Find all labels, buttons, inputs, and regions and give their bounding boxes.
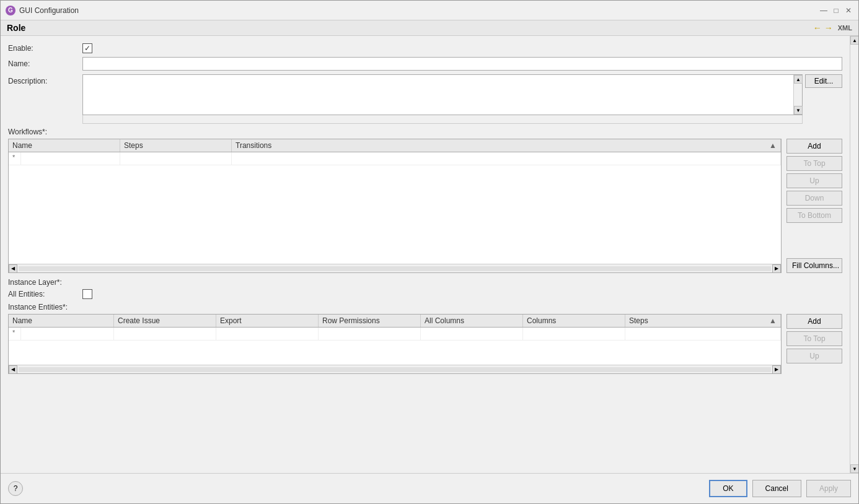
ie-col-name: Name bbox=[9, 315, 114, 327]
workflows-to-top-button[interactable]: To Top bbox=[786, 156, 842, 171]
description-hscrollbar[interactable] bbox=[82, 115, 803, 124]
window-controls: — □ ✕ bbox=[819, 6, 853, 15]
close-button[interactable]: ✕ bbox=[844, 6, 853, 15]
ie-hscroll-right-btn[interactable] bbox=[772, 365, 781, 374]
window-title: GUI Configuration bbox=[19, 6, 819, 15]
all-entities-checkbox[interactable] bbox=[82, 289, 92, 299]
workflows-table-container: Name Steps Transitions ▲ * bbox=[8, 139, 782, 273]
ie-buttons-panel: Add To Top Up bbox=[786, 314, 842, 374]
workflows-col-name: Name bbox=[9, 139, 120, 152]
table-cell-transitions bbox=[232, 152, 781, 165]
instance-entities-header: Name Create Issue Export Row Permissions bbox=[9, 315, 781, 328]
workflows-add-button[interactable]: Add bbox=[786, 139, 842, 154]
instance-entities-label-row: Instance Entities*: bbox=[8, 303, 842, 311]
section-title: Role bbox=[7, 23, 25, 33]
workflows-down-button[interactable]: Down bbox=[786, 191, 842, 206]
workflows-table-body: * bbox=[9, 152, 781, 264]
all-entities-row: All Entities: bbox=[8, 289, 842, 299]
main-scroll-up-btn[interactable] bbox=[850, 36, 858, 45]
ie-col-columns: Columns bbox=[523, 315, 625, 327]
ie-sort-arrow: ▲ bbox=[769, 316, 777, 325]
description-input[interactable] bbox=[83, 75, 793, 115]
desc-vscroll-track bbox=[794, 84, 802, 106]
footer-left: ? bbox=[8, 481, 704, 496]
description-row: Description: Edit... bbox=[8, 74, 842, 124]
table-row[interactable]: * bbox=[9, 152, 781, 165]
enable-checkbox[interactable] bbox=[82, 43, 92, 53]
ie-col-row-permissions: Row Permissions bbox=[319, 315, 421, 327]
name-row: Name: bbox=[8, 57, 842, 71]
ie-up-button[interactable]: Up bbox=[786, 349, 842, 363]
main-content: Enable: Name: Description: bbox=[1, 36, 858, 473]
ie-col-steps: Steps ▲ bbox=[625, 315, 781, 327]
table-cell-star: * bbox=[9, 152, 21, 165]
workflows-hscroll-track bbox=[19, 266, 771, 271]
workflows-hscroll-right-btn[interactable] bbox=[772, 264, 781, 273]
ie-cell-steps bbox=[625, 328, 781, 340]
workflows-fill-columns-button[interactable]: Fill Columns... bbox=[786, 258, 842, 273]
help-button[interactable]: ? bbox=[8, 481, 23, 496]
workflows-section: Name Steps Transitions ▲ * bbox=[8, 139, 842, 273]
instance-entities-table-body: * bbox=[9, 328, 781, 365]
table-row[interactable]: * bbox=[9, 328, 781, 341]
ie-cell-name bbox=[21, 328, 114, 340]
name-input[interactable] bbox=[82, 57, 842, 71]
workflows-sort-arrow: ▲ bbox=[769, 141, 777, 150]
instance-layer-row: Instance Layer*: bbox=[8, 278, 842, 287]
workflows-buttons-panel: Add To Top Up Down To Bottom Fill Column… bbox=[786, 139, 842, 273]
ie-hscrollbar[interactable] bbox=[9, 365, 781, 373]
back-icon[interactable]: ← bbox=[813, 23, 822, 33]
main-scroll-track bbox=[850, 45, 858, 464]
edit-button[interactable]: Edit... bbox=[805, 74, 842, 88]
main-scroll-down-btn[interactable] bbox=[850, 464, 858, 473]
ie-cell-export bbox=[216, 328, 319, 340]
workflows-col-steps: Steps bbox=[120, 139, 232, 152]
window: G GUI Configuration — □ ✕ Role ← → XML E… bbox=[0, 0, 859, 504]
ie-hscroll-left-btn[interactable] bbox=[9, 365, 17, 374]
section-header: Role ← → XML bbox=[1, 20, 858, 36]
forward-icon[interactable]: → bbox=[824, 23, 833, 33]
desc-scroll-down-btn[interactable] bbox=[794, 106, 803, 115]
ie-cell-create-issue bbox=[114, 328, 216, 340]
main-scrollbar[interactable] bbox=[850, 36, 858, 473]
workflows-hscroll-left-btn[interactable] bbox=[9, 264, 17, 273]
maximize-button[interactable]: □ bbox=[831, 6, 841, 15]
workflows-label: Workflows*: bbox=[8, 128, 47, 136]
bottom-spacer bbox=[8, 379, 842, 404]
ok-button[interactable]: OK bbox=[709, 480, 747, 497]
instance-entities-label: Instance Entities*: bbox=[8, 303, 68, 311]
description-right bbox=[82, 74, 803, 124]
ie-to-top-button[interactable]: To Top bbox=[786, 331, 842, 346]
footer: ? OK Cancel Apply bbox=[1, 473, 858, 503]
workflows-hscrollbar[interactable] bbox=[9, 264, 781, 272]
instance-layer-label: Instance Layer*: bbox=[8, 278, 62, 287]
ie-add-button[interactable]: Add bbox=[786, 314, 842, 329]
scrollable-area[interactable]: Enable: Name: Description: bbox=[1, 36, 850, 473]
workflows-col-transitions: Transitions ▲ bbox=[232, 139, 781, 152]
apply-button[interactable]: Apply bbox=[806, 480, 851, 497]
xml-label: XML bbox=[838, 24, 852, 32]
workflows-btn-spacer bbox=[786, 225, 842, 256]
workflows-up-button[interactable]: Up bbox=[786, 173, 842, 188]
description-vscrollbar bbox=[793, 75, 802, 115]
section-header-icons: ← → XML bbox=[813, 23, 852, 33]
table-cell-name bbox=[21, 152, 120, 165]
desc-scroll-up-btn[interactable] bbox=[794, 75, 803, 84]
all-entities-label: All Entities: bbox=[8, 290, 82, 298]
ie-cell-star: * bbox=[9, 328, 21, 340]
enable-label: Enable: bbox=[8, 44, 82, 53]
ie-col-export: Export bbox=[216, 315, 319, 327]
instance-entities-section: Name Create Issue Export Row Permissions bbox=[8, 314, 842, 374]
cancel-button[interactable]: Cancel bbox=[752, 480, 801, 497]
ie-cell-columns bbox=[523, 328, 625, 340]
ie-col-all-columns: All Columns bbox=[421, 315, 523, 327]
ie-hscroll-track bbox=[19, 367, 771, 372]
app-icon: G bbox=[6, 6, 15, 15]
ie-col-create-issue: Create Issue bbox=[114, 315, 216, 327]
description-label: Description: bbox=[8, 74, 82, 85]
workflows-to-bottom-button[interactable]: To Bottom bbox=[786, 208, 842, 223]
name-label: Name: bbox=[8, 59, 82, 68]
instance-entities-table-container: Name Create Issue Export Row Permissions bbox=[8, 314, 782, 374]
ie-cell-row-permissions bbox=[319, 328, 421, 340]
minimize-button[interactable]: — bbox=[819, 6, 829, 15]
